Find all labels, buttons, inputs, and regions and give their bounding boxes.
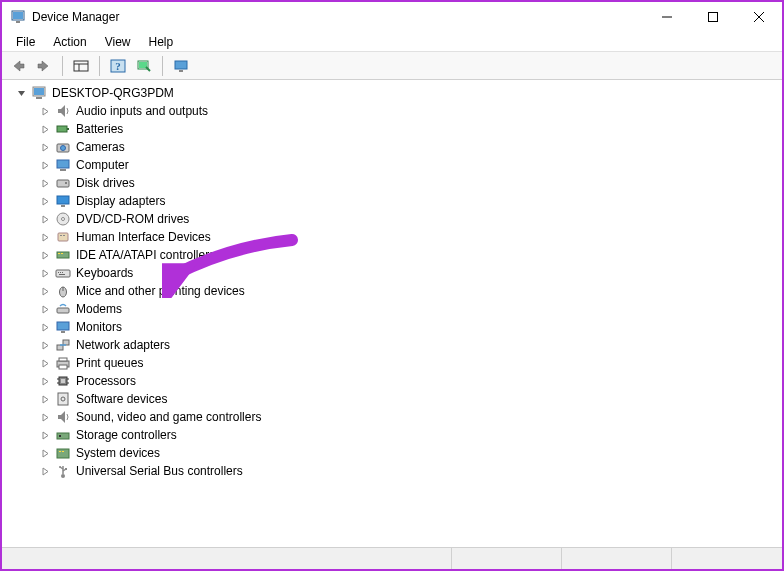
menu-help[interactable]: Help [141, 33, 182, 51]
tree-node-modems[interactable]: Modems [38, 300, 782, 318]
tree-root-node[interactable]: DESKTOP-QRG3PDM [14, 84, 782, 102]
svg-rect-25 [57, 180, 69, 187]
status-cell [672, 548, 782, 569]
tree-node-storage-controllers[interactable]: Storage controllers [38, 426, 782, 444]
menu-view[interactable]: View [97, 33, 139, 51]
tree-node-display-adapters[interactable]: Display adapters [38, 192, 782, 210]
svg-rect-1 [13, 12, 23, 19]
tree-node-computer[interactable]: Computer [38, 156, 782, 174]
tree-node-print-queues[interactable]: Print queues [38, 354, 782, 372]
tree-node-batteries[interactable]: Batteries [38, 120, 782, 138]
chevron-right-icon[interactable] [38, 140, 52, 154]
scan-hardware-button[interactable] [132, 54, 156, 78]
menu-file[interactable]: File [8, 33, 43, 51]
tree-node-keyboards[interactable]: Keyboards [38, 264, 782, 282]
tree-node-label: Keyboards [74, 266, 133, 280]
close-button[interactable] [736, 2, 782, 32]
status-cell [562, 548, 672, 569]
svg-rect-18 [36, 97, 42, 99]
chevron-right-icon[interactable] [38, 104, 52, 118]
tree-node-sound-video-game-controllers[interactable]: Sound, video and game controllers [38, 408, 782, 426]
tree-node-label: Computer [74, 158, 129, 172]
chevron-right-icon[interactable] [38, 176, 52, 190]
tree-node-universal-serial-bus-controllers[interactable]: Universal Serial Bus controllers [38, 462, 782, 480]
svg-point-67 [59, 466, 61, 468]
tree-node-audio-inputs-outputs[interactable]: Audio inputs and outputs [38, 102, 782, 120]
svg-rect-46 [61, 331, 65, 333]
chevron-down-icon[interactable] [14, 86, 28, 100]
chevron-right-icon[interactable] [38, 320, 52, 334]
tree-node-processors[interactable]: Processors [38, 372, 782, 390]
chevron-right-icon[interactable] [38, 212, 52, 226]
chevron-right-icon[interactable] [38, 122, 52, 136]
menubar: File Action View Help [2, 32, 782, 52]
chevron-right-icon[interactable] [38, 302, 52, 316]
svg-rect-60 [57, 433, 69, 439]
dvd-icon [55, 211, 71, 227]
tree-node-network-adapters[interactable]: Network adapters [38, 336, 782, 354]
toolbar-separator [162, 56, 163, 76]
chevron-right-icon[interactable] [38, 428, 52, 442]
device-tree[interactable]: DESKTOP-QRG3PDM Audio inputs and outputs… [2, 80, 782, 540]
svg-rect-40 [62, 272, 63, 273]
window-title: Device Manager [32, 10, 644, 24]
svg-point-30 [62, 218, 65, 221]
svg-rect-13 [139, 62, 147, 68]
keyboard-icon [55, 265, 71, 281]
chevron-right-icon[interactable] [38, 158, 52, 172]
chevron-right-icon[interactable] [38, 446, 52, 460]
tree-node-label: Print queues [74, 356, 143, 370]
svg-point-65 [61, 474, 65, 478]
mouse-icon [55, 283, 71, 299]
svg-rect-50 [59, 358, 67, 361]
svg-rect-53 [61, 379, 65, 383]
chevron-right-icon[interactable] [38, 338, 52, 352]
chevron-right-icon[interactable] [38, 284, 52, 298]
statusbar [2, 547, 782, 569]
tree-node-dvd-cd-rom-drives[interactable]: DVD/CD-ROM drives [38, 210, 782, 228]
tree-node-ide-ata-atapi-controllers[interactable]: IDE ATA/ATAPI controllers [38, 246, 782, 264]
chevron-right-icon[interactable] [38, 266, 52, 280]
tree-node-label: Cameras [74, 140, 125, 154]
status-cell [2, 548, 452, 569]
help-button[interactable]: ? [106, 54, 130, 78]
hid-icon [55, 229, 71, 245]
chevron-right-icon[interactable] [38, 464, 52, 478]
svg-rect-58 [58, 393, 68, 405]
tree-node-system-devices[interactable]: System devices [38, 444, 782, 462]
chevron-right-icon[interactable] [38, 374, 52, 388]
svg-rect-15 [179, 70, 183, 72]
chevron-right-icon[interactable] [38, 194, 52, 208]
show-hide-console-button[interactable] [69, 54, 93, 78]
chevron-right-icon[interactable] [38, 410, 52, 424]
forward-button[interactable] [32, 54, 56, 78]
modem-icon [55, 301, 71, 317]
tree-node-disk-drives[interactable]: Disk drives [38, 174, 782, 192]
tree-node-monitors[interactable]: Monitors [38, 318, 782, 336]
processor-icon [55, 373, 71, 389]
svg-point-26 [65, 182, 67, 184]
chevron-right-icon[interactable] [38, 230, 52, 244]
chevron-right-icon[interactable] [38, 392, 52, 406]
monitor-button[interactable] [169, 54, 193, 78]
tree-node-human-interface-devices[interactable]: Human Interface Devices [38, 228, 782, 246]
svg-rect-7 [74, 61, 88, 71]
back-button[interactable] [6, 54, 30, 78]
maximize-button[interactable] [690, 2, 736, 32]
svg-rect-4 [709, 13, 718, 22]
menu-action[interactable]: Action [45, 33, 94, 51]
svg-rect-51 [59, 365, 67, 369]
tree-node-software-devices[interactable]: Software devices [38, 390, 782, 408]
minimize-button[interactable] [644, 2, 690, 32]
usb-icon [55, 463, 71, 479]
svg-rect-2 [16, 21, 20, 23]
tree-node-label: Network adapters [74, 338, 170, 352]
tree-node-label: Universal Serial Bus controllers [74, 464, 243, 478]
svg-point-22 [61, 146, 66, 151]
svg-rect-31 [58, 233, 68, 241]
tree-node-cameras[interactable]: Cameras [38, 138, 782, 156]
chevron-right-icon[interactable] [38, 248, 52, 262]
tree-node-mice-pointing-devices[interactable]: Mice and other pointing devices [38, 282, 782, 300]
chevron-right-icon[interactable] [38, 356, 52, 370]
app-icon [10, 9, 26, 25]
